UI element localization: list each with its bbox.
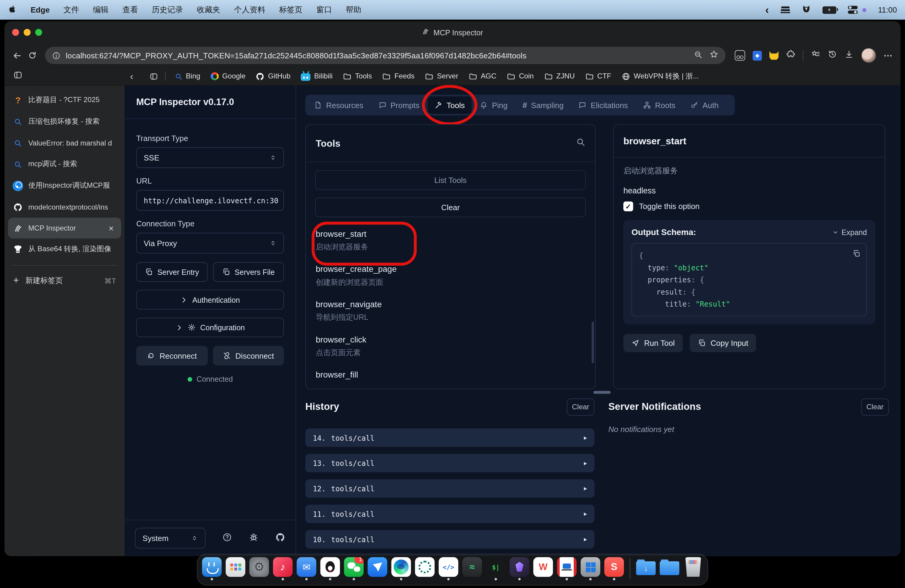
tools-search-icon[interactable] — [576, 137, 585, 149]
server-entry-button[interactable]: Server Entry — [136, 262, 207, 282]
help-icon[interactable] — [222, 532, 232, 544]
servers-file-button[interactable]: Servers File — [213, 262, 284, 282]
mail-app-icon[interactable] — [297, 557, 316, 577]
downloads-app-icon[interactable] — [636, 557, 656, 577]
history-icon[interactable] — [828, 50, 837, 61]
wechat-app-icon[interactable]: 1 — [344, 557, 364, 577]
tab-ping[interactable]: Ping — [473, 96, 514, 114]
zoom-icon[interactable] — [694, 50, 702, 61]
menu-item-1[interactable]: 编辑 — [93, 5, 109, 15]
collections-icon[interactable] — [145, 72, 163, 81]
downloads-icon[interactable] — [845, 50, 854, 61]
terminal-app-icon[interactable] — [486, 557, 506, 577]
activity-monitor-app-icon[interactable] — [462, 557, 482, 577]
tool-item-browser_start[interactable]: browser_start 启动浏览器服务 — [315, 229, 586, 253]
tab-deck-icon[interactable] — [13, 70, 22, 82]
dock-red-s[interactable] — [604, 557, 624, 580]
clear-notifications-button[interactable]: Clear — [861, 399, 889, 416]
dock-vscode[interactable] — [439, 557, 459, 580]
dock-qq[interactable] — [320, 557, 340, 580]
new-tab-button[interactable]: + 新建标签页 ⌘T — [5, 271, 124, 291]
menu-item-0[interactable]: 文件 — [64, 5, 79, 15]
browser-tab-6[interactable]: MCP Inspector × — [8, 218, 121, 238]
wps-app-icon[interactable] — [533, 557, 553, 577]
extensions-puzzle-icon[interactable] — [786, 50, 795, 61]
tool-item-browser_click[interactable]: browser_click 点击页面元素 — [315, 335, 586, 358]
launchpad-app-icon[interactable] — [225, 557, 245, 577]
tab-sampling[interactable]: # Sampling — [516, 96, 570, 114]
log-level-select[interactable]: System — [135, 528, 205, 548]
github-link-icon[interactable] — [275, 532, 285, 544]
headless-checkbox[interactable]: ✓ — [623, 202, 633, 211]
browser-tab-1[interactable]: 压缩包损坏修复 - 搜索 — [5, 111, 124, 132]
run-tool-button[interactable]: Run Tool — [623, 334, 683, 352]
dock-dingtalk[interactable] — [368, 557, 387, 580]
browser-tab-3[interactable]: mcp调试 - 搜索 — [5, 154, 124, 175]
bookmark-Tools[interactable]: Tools — [338, 70, 377, 82]
apple-menu-icon[interactable] — [8, 5, 17, 15]
red-s-app-icon[interactable] — [604, 557, 624, 577]
bookmark-Bing[interactable]: Bing — [170, 70, 205, 82]
expand-row-icon[interactable]: ▶ — [584, 435, 587, 440]
parallels-app-icon[interactable] — [557, 557, 577, 577]
bookmark-Feeds[interactable]: Feeds — [378, 70, 419, 82]
control-center-icon[interactable] — [848, 6, 858, 14]
tab-tools[interactable]: Tools — [428, 96, 472, 114]
menubar-stack-icon[interactable] — [781, 6, 791, 13]
browser-tab-5[interactable]: modelcontextprotocol/ins — [5, 196, 124, 218]
transport-type-select[interactable]: SSE — [136, 147, 284, 168]
list-tools-button[interactable]: List Tools — [315, 170, 586, 190]
dock-downloads[interactable] — [636, 557, 656, 580]
dock-parallels[interactable] — [557, 557, 577, 580]
tool-item-browser_navigate[interactable]: browser_navigate 导航到指定URL — [315, 300, 586, 323]
qq-app-icon[interactable] — [320, 557, 340, 577]
clear-history-button[interactable]: Clear — [567, 399, 595, 416]
browser-tab-2[interactable]: ValueError: bad marshal d — [5, 132, 124, 154]
dock-documents[interactable] — [660, 557, 680, 580]
reload-button[interactable] — [28, 51, 37, 60]
bookmark-Bilibili[interactable]: Bilibili — [296, 70, 337, 82]
obsidian-app-icon[interactable] — [510, 557, 529, 577]
history-row-1[interactable]: 13. tools/call ▶ — [305, 454, 594, 472]
url-text[interactable]: localhost:6274/?MCP_PROXY_AUTH_TOKEN=15a… — [66, 51, 689, 60]
music-app-icon[interactable] — [273, 557, 293, 577]
reconnect-button[interactable]: Reconnect — [136, 346, 207, 366]
favorites-list-icon[interactable] — [811, 50, 820, 61]
tab-elicitations[interactable]: Elicitations — [572, 96, 635, 114]
menu-item-8[interactable]: 帮助 — [346, 5, 361, 15]
tab-auth[interactable]: Auth — [684, 96, 726, 114]
trash-app-icon[interactable] — [683, 557, 703, 577]
tampermonkey-extension-icon[interactable] — [769, 51, 779, 60]
dock-terminal[interactable] — [486, 557, 506, 580]
dock-mail[interactable] — [297, 557, 316, 580]
split-screen-icon[interactable] — [735, 50, 745, 61]
expand-row-icon[interactable]: ▶ — [584, 486, 587, 491]
expand-row-icon[interactable]: ▶ — [584, 537, 587, 542]
more-menu-icon[interactable]: ⋯ — [884, 50, 893, 61]
configuration-expander[interactable]: Configuration — [136, 318, 284, 337]
bookmark-Google[interactable]: Google — [206, 70, 250, 82]
finder-app-icon[interactable] — [202, 557, 222, 577]
menu-app-name[interactable]: Edge — [30, 5, 50, 14]
zoom-window-button[interactable] — [35, 29, 42, 36]
browser-tab-7[interactable]: 从 Base64 转换, 渲染图像 — [5, 238, 124, 260]
history-row-3[interactable]: 11. tools/call ▶ — [305, 505, 594, 523]
disconnect-button[interactable]: Disconnect — [213, 346, 284, 366]
panel-resize-handle[interactable] — [594, 391, 611, 394]
copy-schema-icon[interactable] — [853, 250, 861, 260]
clear-tools-button[interactable]: Clear — [315, 198, 586, 217]
bookmark-Coin[interactable]: Coin — [502, 70, 538, 82]
dock-proxy-ring[interactable] — [415, 557, 435, 580]
menu-item-7[interactable]: 窗口 — [316, 5, 332, 15]
browser-tab-0[interactable]: ? 比赛题目 - ?CTF 2025 — [5, 89, 124, 111]
edge-app-icon[interactable] — [391, 557, 411, 577]
url-input[interactable]: http://challenge.ilovectf.cn:30 — [136, 190, 284, 211]
documents-app-icon[interactable] — [660, 557, 680, 577]
dock-wechat[interactable]: 1 — [344, 557, 364, 580]
vscode-app-icon[interactable] — [439, 557, 459, 577]
menubar-clock[interactable]: 11:00 — [878, 5, 897, 14]
connection-type-select[interactable]: Via Proxy — [136, 233, 284, 253]
menu-item-5[interactable]: 个人资料 — [234, 5, 265, 15]
menu-item-4[interactable]: 收藏夹 — [197, 5, 220, 15]
battery-icon[interactable] — [823, 6, 837, 13]
